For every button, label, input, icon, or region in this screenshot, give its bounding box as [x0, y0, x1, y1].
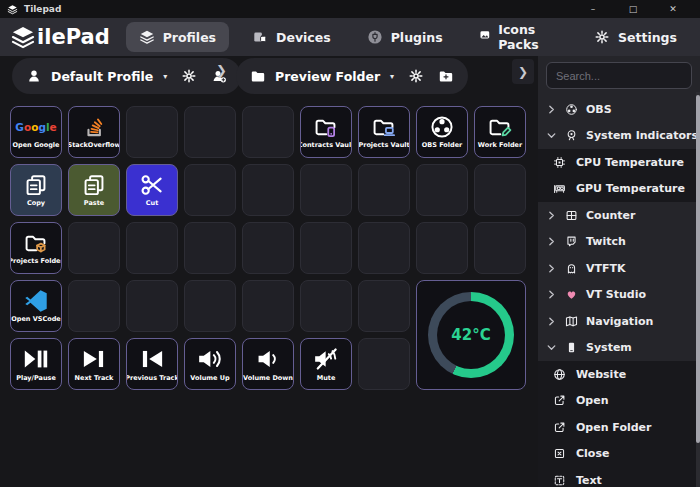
empty-tile[interactable]	[474, 164, 526, 216]
folder-label: Preview Folder	[275, 69, 380, 84]
nav-tabs: ProfilesDevicesPluginsIcons PacksSetting…	[126, 15, 690, 59]
empty-tile[interactable]	[184, 280, 236, 332]
sidebar-item-system-indicators[interactable]: System Indicators	[538, 123, 700, 150]
empty-tile[interactable]	[300, 222, 352, 274]
empty-tile[interactable]	[126, 106, 178, 158]
sidebar-item-system[interactable]: System	[538, 335, 700, 362]
sidebar-item-text[interactable]: Text	[538, 467, 700, 487]
logo-text: ilePad	[37, 25, 110, 49]
tile-work-folder[interactable]: Work Folder	[474, 106, 526, 158]
tile-volume-up[interactable]: Volume Up	[184, 338, 236, 390]
sidebar-item-vt-studio[interactable]: VT Studio	[538, 282, 700, 309]
empty-tile[interactable]	[358, 280, 410, 332]
empty-tile[interactable]	[68, 222, 120, 274]
sidebar-item-label: VT Studio	[586, 288, 646, 301]
sidebar-item-twitch[interactable]: Twitch	[538, 229, 700, 256]
empty-tile[interactable]	[358, 338, 410, 390]
tile-cut[interactable]: Cut	[126, 164, 178, 216]
tile-volume-down[interactable]: Volume Down	[242, 338, 294, 390]
empty-tile[interactable]	[300, 280, 352, 332]
tile-label: Volume Up	[190, 375, 229, 382]
empty-tile[interactable]	[184, 164, 236, 216]
empty-tile[interactable]	[242, 106, 294, 158]
tile-paste[interactable]: Paste	[68, 164, 120, 216]
sidebar-item-open-folder[interactable]: Open Folder	[538, 414, 700, 441]
actions-sidebar: OBSSystem IndicatorsCPU TemperatureGPU T…	[538, 56, 700, 487]
person-icon	[26, 68, 42, 84]
gear-icon	[594, 29, 610, 45]
tile-mute[interactable]: Mute	[300, 338, 352, 390]
nav-bar: ilePad ProfilesDevicesPluginsIcons Packs…	[0, 18, 700, 56]
profile-settings-button[interactable]	[181, 68, 197, 84]
tab-devices[interactable]: Devices	[239, 22, 344, 52]
tab-profiles[interactable]: Profiles	[126, 22, 229, 52]
sidebar-item-website[interactable]: Website	[538, 361, 700, 388]
empty-tile[interactable]	[358, 164, 410, 216]
folder-selector[interactable]: Preview Folder▾	[250, 68, 394, 84]
chevron-down-icon[interactable]	[546, 130, 557, 141]
add-folder-button[interactable]	[438, 68, 454, 84]
tile-next-track[interactable]: Next Track	[68, 338, 120, 390]
sidebar-item-cpu-temperature[interactable]: CPU Temperature	[538, 149, 700, 176]
tile-contracts-vault[interactable]: Contracts Vault	[300, 106, 352, 158]
sidebar-item-vtftk[interactable]: VTFTK	[538, 255, 700, 282]
gauge-tile[interactable]: 42°C	[416, 280, 526, 390]
chevron-right-icon[interactable]	[546, 263, 557, 274]
tile-open-google[interactable]: GoogleOpen Google	[10, 106, 62, 158]
sidebar-item-label: Twitch	[586, 235, 626, 248]
empty-tile[interactable]	[242, 222, 294, 274]
sidebar-item-obs[interactable]: OBS	[538, 96, 700, 123]
next-track-icon	[79, 345, 109, 373]
sidebar-item-gpu-temperature[interactable]: GPU Temperature	[538, 176, 700, 203]
empty-tile[interactable]	[474, 222, 526, 274]
empty-tile[interactable]	[416, 222, 468, 274]
phone-icon	[565, 341, 578, 354]
tile-projects-folder[interactable]: Projects Folder	[10, 222, 62, 274]
chevron-down-icon[interactable]	[546, 342, 557, 353]
tab-icons-packs[interactable]: Icons Packs	[466, 15, 571, 59]
tab-label: Plugins	[391, 30, 443, 45]
profile-selector[interactable]: Default Profile▾	[26, 68, 167, 84]
tab-label: Settings	[618, 30, 677, 45]
sidebar-scrollbar[interactable]	[696, 92, 700, 487]
empty-tile[interactable]	[184, 106, 236, 158]
chevron-right-icon[interactable]	[546, 289, 557, 300]
chevron-right-icon[interactable]	[546, 104, 557, 115]
empty-tile[interactable]	[68, 280, 120, 332]
folder-settings-button[interactable]	[408, 68, 424, 84]
tab-plugins[interactable]: Plugins	[354, 22, 456, 52]
chevron-right-icon[interactable]	[546, 210, 557, 221]
chevron-right-icon[interactable]	[546, 316, 557, 327]
empty-tile[interactable]	[126, 222, 178, 274]
sidebar-item-label: OBS	[586, 103, 612, 116]
scrollbar-thumb[interactable]	[696, 95, 700, 443]
tile-open-vscode[interactable]: Open VSCode	[10, 280, 62, 332]
tile-copy[interactable]: Copy	[10, 164, 62, 216]
chevron-right-icon[interactable]	[546, 236, 557, 247]
cpu-icon	[553, 156, 566, 169]
empty-tile[interactable]	[184, 222, 236, 274]
tab-settings[interactable]: Settings	[581, 22, 690, 52]
tab-label: Profiles	[163, 30, 216, 45]
copy-icon	[23, 172, 49, 198]
sidebar-item-label: Open Folder	[576, 421, 652, 434]
tile-projects-vault[interactable]: Projects Vault	[358, 106, 410, 158]
folder-laptop-icon	[371, 114, 397, 140]
tile-stackoverflow[interactable]: StackOverflow	[68, 106, 120, 158]
tile-label: Contracts Vault	[300, 142, 352, 149]
empty-tile[interactable]	[242, 280, 294, 332]
empty-tile[interactable]	[300, 164, 352, 216]
tile-previous-track[interactable]: Previous Track	[126, 338, 178, 390]
sidebar-collapse-button[interactable]: ❯	[512, 59, 534, 84]
sidebar-item-counter[interactable]: Counter	[538, 202, 700, 229]
empty-tile[interactable]	[416, 164, 468, 216]
empty-tile[interactable]	[242, 164, 294, 216]
tile-obs-folder[interactable]: OBS Folder	[416, 106, 468, 158]
empty-tile[interactable]	[126, 280, 178, 332]
sidebar-item-navigation[interactable]: Navigation	[538, 308, 700, 335]
tile-play-pause[interactable]: Play/Pause	[10, 338, 62, 390]
sidebar-item-open[interactable]: Open	[538, 388, 700, 415]
search-input[interactable]	[546, 62, 692, 89]
sidebar-item-close[interactable]: Close	[538, 441, 700, 468]
empty-tile[interactable]	[358, 222, 410, 274]
